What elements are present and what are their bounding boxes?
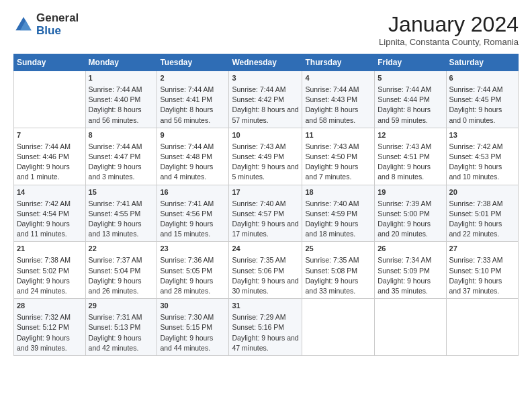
- calendar-cell: 19Sunrise: 7:39 AMSunset: 5:00 PMDayligh…: [375, 185, 446, 242]
- sunrise-text: Sunrise: 7:43 AM: [305, 142, 371, 152]
- calendar-cell: 12Sunrise: 7:43 AMSunset: 4:51 PMDayligh…: [375, 128, 446, 185]
- sunrise-text: Sunrise: 7:40 AM: [305, 199, 371, 209]
- calendar-cell: [375, 299, 446, 356]
- sunset-text: Sunset: 5:12 PM: [17, 322, 83, 332]
- logo-general-text: General: [36, 12, 79, 25]
- calendar-header-row: SundayMondayTuesdayWednesdayThursdayFrid…: [14, 54, 519, 71]
- daylight-text: Daylight: 9 hours and 10 minutes.: [449, 162, 515, 182]
- calendar-cell: 18Sunrise: 7:40 AMSunset: 4:59 PMDayligh…: [302, 185, 375, 242]
- sunset-text: Sunset: 4:43 PM: [305, 95, 371, 105]
- sunset-text: Sunset: 5:10 PM: [449, 266, 515, 276]
- daylight-text: Daylight: 9 hours and 11 minutes.: [17, 219, 83, 239]
- daylight-text: Daylight: 9 hours and 4 minutes.: [160, 162, 226, 182]
- sunrise-text: Sunrise: 7:44 AM: [232, 85, 299, 95]
- sunrise-text: Sunrise: 7:39 AM: [378, 199, 443, 209]
- day-number: 21: [17, 244, 83, 255]
- sunset-text: Sunset: 4:45 PM: [449, 95, 515, 105]
- month-title: January 2024: [379, 12, 519, 37]
- sunset-text: Sunset: 4:57 PM: [232, 209, 299, 219]
- day-number: 16: [160, 187, 226, 198]
- sunrise-text: Sunrise: 7:32 AM: [17, 312, 83, 322]
- sunrise-text: Sunrise: 7:44 AM: [89, 142, 154, 152]
- day-number: 5: [378, 73, 443, 84]
- sunrise-text: Sunrise: 7:44 AM: [378, 85, 443, 95]
- day-number: 19: [378, 187, 443, 198]
- sunrise-text: Sunrise: 7:38 AM: [17, 255, 83, 265]
- calendar-header-sunday: Sunday: [14, 54, 86, 71]
- daylight-text: Daylight: 9 hours and 20 minutes.: [378, 219, 443, 239]
- calendar-cell: [446, 299, 518, 356]
- sunrise-text: Sunrise: 7:44 AM: [305, 85, 371, 95]
- sunset-text: Sunset: 4:40 PM: [89, 95, 154, 105]
- daylight-text: Daylight: 9 hours and 5 minutes.: [232, 162, 299, 182]
- sunset-text: Sunset: 5:16 PM: [232, 322, 299, 332]
- calendar-header-saturday: Saturday: [446, 54, 518, 71]
- calendar-cell: 10Sunrise: 7:43 AMSunset: 4:49 PMDayligh…: [229, 128, 302, 185]
- sunrise-text: Sunrise: 7:37 AM: [89, 255, 154, 265]
- day-number: 14: [17, 187, 83, 198]
- sunrise-text: Sunrise: 7:42 AM: [449, 142, 515, 152]
- calendar-cell: 16Sunrise: 7:41 AMSunset: 4:56 PMDayligh…: [157, 185, 229, 242]
- day-number: 20: [449, 187, 515, 198]
- sunset-text: Sunset: 5:06 PM: [232, 266, 299, 276]
- daylight-text: Daylight: 9 hours and 42 minutes.: [89, 333, 154, 353]
- day-number: 24: [232, 244, 299, 255]
- calendar-cell: 21Sunrise: 7:38 AMSunset: 5:02 PMDayligh…: [14, 242, 86, 299]
- daylight-text: Daylight: 9 hours and 3 minutes.: [89, 162, 154, 182]
- location: Lipnita, Constanta County, Romania: [379, 37, 519, 47]
- sunset-text: Sunset: 4:47 PM: [89, 152, 154, 162]
- sunrise-text: Sunrise: 7:33 AM: [449, 255, 515, 265]
- day-number: 26: [378, 244, 443, 255]
- sunset-text: Sunset: 4:41 PM: [160, 95, 226, 105]
- sunrise-text: Sunrise: 7:41 AM: [89, 199, 154, 209]
- day-number: 2: [160, 73, 226, 84]
- sunrise-text: Sunrise: 7:41 AM: [160, 199, 226, 209]
- sunrise-text: Sunrise: 7:34 AM: [378, 255, 443, 265]
- logo-blue-text: Blue: [36, 25, 79, 38]
- calendar-cell: 14Sunrise: 7:42 AMSunset: 4:54 PMDayligh…: [14, 185, 86, 242]
- day-number: 25: [305, 244, 371, 255]
- page: General Blue January 2024 Lipnita, Const…: [0, 0, 532, 411]
- daylight-text: Daylight: 8 hours and 56 minutes.: [160, 105, 226, 125]
- calendar-cell: 17Sunrise: 7:40 AMSunset: 4:57 PMDayligh…: [229, 185, 302, 242]
- daylight-text: Daylight: 9 hours and 0 minutes.: [449, 105, 515, 125]
- day-number: 9: [160, 130, 226, 141]
- daylight-text: Daylight: 9 hours and 26 minutes.: [89, 276, 154, 296]
- calendar-cell: 9Sunrise: 7:44 AMSunset: 4:48 PMDaylight…: [157, 128, 229, 185]
- sunset-text: Sunset: 4:51 PM: [378, 152, 443, 162]
- sunrise-text: Sunrise: 7:43 AM: [232, 142, 299, 152]
- logo-text: General Blue: [36, 12, 79, 37]
- sunset-text: Sunset: 4:56 PM: [160, 209, 226, 219]
- header: General Blue January 2024 Lipnita, Const…: [13, 12, 519, 47]
- daylight-text: Daylight: 9 hours and 37 minutes.: [449, 276, 515, 296]
- calendar-cell: 15Sunrise: 7:41 AMSunset: 4:55 PMDayligh…: [85, 185, 157, 242]
- daylight-text: Daylight: 9 hours and 33 minutes.: [305, 276, 371, 296]
- calendar-cell: 29Sunrise: 7:31 AMSunset: 5:13 PMDayligh…: [85, 299, 157, 356]
- calendar-table: SundayMondayTuesdayWednesdayThursdayFrid…: [13, 54, 519, 356]
- calendar-cell: 31Sunrise: 7:29 AMSunset: 5:16 PMDayligh…: [229, 299, 302, 356]
- sunrise-text: Sunrise: 7:42 AM: [17, 199, 83, 209]
- day-number: 10: [232, 130, 299, 141]
- calendar-cell: 26Sunrise: 7:34 AMSunset: 5:09 PMDayligh…: [375, 242, 446, 299]
- sunrise-text: Sunrise: 7:40 AM: [232, 199, 299, 209]
- title-block: January 2024 Lipnita, Constanta County, …: [379, 12, 519, 47]
- sunrise-text: Sunrise: 7:31 AM: [89, 312, 154, 322]
- calendar-cell: 6Sunrise: 7:44 AMSunset: 4:45 PMDaylight…: [446, 71, 518, 128]
- calendar-cell: 7Sunrise: 7:44 AMSunset: 4:46 PMDaylight…: [14, 128, 86, 185]
- sunrise-text: Sunrise: 7:44 AM: [89, 85, 154, 95]
- logo-icon: [13, 15, 34, 35]
- calendar-cell: 5Sunrise: 7:44 AMSunset: 4:44 PMDaylight…: [375, 71, 446, 128]
- calendar-header-wednesday: Wednesday: [229, 54, 302, 71]
- sunrise-text: Sunrise: 7:36 AM: [160, 255, 226, 265]
- calendar-week-2: 7Sunrise: 7:44 AMSunset: 4:46 PMDaylight…: [14, 128, 519, 185]
- day-number: 17: [232, 187, 299, 198]
- sunrise-text: Sunrise: 7:43 AM: [378, 142, 443, 152]
- sunset-text: Sunset: 4:49 PM: [232, 152, 299, 162]
- sunset-text: Sunset: 5:02 PM: [17, 266, 83, 276]
- calendar-week-3: 14Sunrise: 7:42 AMSunset: 4:54 PMDayligh…: [14, 185, 519, 242]
- daylight-text: Daylight: 8 hours and 58 minutes.: [305, 105, 371, 125]
- calendar-cell: 20Sunrise: 7:38 AMSunset: 5:01 PMDayligh…: [446, 185, 518, 242]
- sunset-text: Sunset: 5:00 PM: [378, 209, 443, 219]
- daylight-text: Daylight: 8 hours and 56 minutes.: [89, 105, 154, 125]
- sunset-text: Sunset: 4:44 PM: [378, 95, 443, 105]
